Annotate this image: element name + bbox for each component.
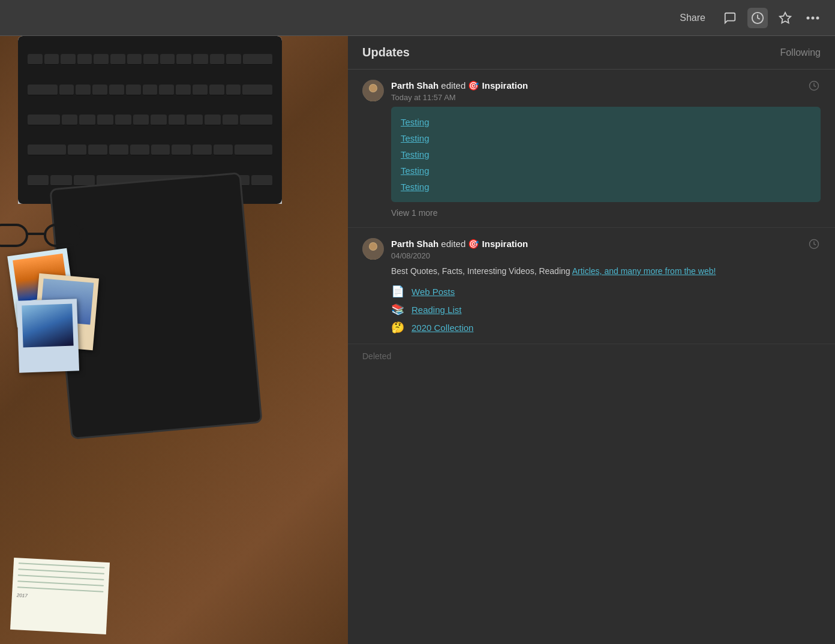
doc-emoji-1: 🎯: [468, 80, 479, 91]
svg-rect-14: [366, 93, 380, 101]
update-author-row-1: Parth Shah edited 🎯 Inspiration Today at…: [362, 79, 528, 102]
deleted-label: Deleted: [348, 344, 835, 368]
description-link[interactable]: Articles, and many more from the web!: [572, 266, 716, 276]
polaroid-3: [17, 299, 79, 372]
testing-line-4[interactable]: Testing: [401, 162, 811, 179]
svg-point-4: [816, 16, 819, 19]
svg-point-3: [812, 16, 815, 19]
link-2020-collection[interactable]: 🤔 2020 Collection: [391, 321, 821, 334]
author-name-2: Parth Shah: [391, 239, 438, 249]
history-button[interactable]: [747, 8, 768, 28]
update-meta-1: Parth Shah edited 🎯 Inspiration Today at…: [391, 79, 528, 102]
updates-title: Updates: [362, 46, 410, 59]
svg-marker-1: [780, 12, 791, 22]
web-posts-label: Web Posts: [412, 287, 455, 297]
svg-rect-6: [45, 225, 81, 246]
update-item-1: Parth Shah edited 🎯 Inspiration Today at…: [348, 70, 835, 228]
photo-panel: 2017: [0, 36, 348, 644]
timestamp-2: 04/08/2020: [391, 251, 528, 260]
clock-button-2[interactable]: [807, 237, 821, 254]
update-item-2-header: Parth Shah edited 🎯 Inspiration 04/08/20…: [362, 237, 821, 260]
update-author-row-2: Parth Shah edited 🎯 Inspiration 04/08/20…: [362, 237, 528, 260]
update-content-2: Best Quotes, Facts, Interesting Videos, …: [391, 265, 821, 334]
svg-rect-5: [0, 225, 27, 246]
share-button[interactable]: Share: [672, 9, 713, 27]
update-links: 📄 Web Posts 📚 Reading List 🤔 2020 Collec…: [391, 285, 821, 334]
updates-list[interactable]: Parth Shah edited 🎯 Inspiration Today at…: [348, 70, 835, 644]
update-description-2: Best Quotes, Facts, Interesting Videos, …: [391, 265, 821, 278]
avatar-1: [362, 80, 384, 101]
doc-emoji-2: 🎯: [468, 239, 479, 249]
following-label: Following: [780, 47, 821, 58]
doc-name-1: Inspiration: [482, 80, 528, 91]
link-web-posts[interactable]: 📄 Web Posts: [391, 285, 821, 298]
svg-point-19: [370, 243, 377, 250]
clock-button-1[interactable]: [807, 79, 821, 95]
updates-header: Updates Following: [348, 36, 835, 70]
description-plain: Best Quotes, Facts, Interesting Videos, …: [391, 266, 572, 276]
action-text-1: edited: [441, 80, 468, 91]
svg-line-9: [81, 228, 84, 231]
comment-button[interactable]: [720, 8, 740, 28]
glasses-illustration: [0, 216, 84, 252]
author-name-1: Parth Shah: [391, 80, 438, 91]
notepad-illustration: 2017: [10, 558, 110, 634]
update-item-2: Parth Shah edited 🎯 Inspiration 04/08/20…: [348, 228, 835, 344]
testing-line-3[interactable]: Testing: [401, 146, 811, 162]
svg-rect-20: [366, 251, 380, 260]
testing-block: Testing Testing Testing Testing Testing: [391, 107, 821, 202]
reading-list-label: Reading List: [412, 305, 461, 315]
avatar-2: [362, 238, 384, 260]
web-posts-emoji: 📄: [391, 285, 406, 298]
update-item-1-header: Parth Shah edited 🎯 Inspiration Today at…: [362, 79, 821, 102]
reading-list-emoji: 📚: [391, 303, 406, 316]
testing-line-1[interactable]: Testing: [401, 114, 811, 130]
action-text-2: edited: [441, 239, 468, 249]
doc-name-2: Inspiration: [482, 239, 528, 249]
photo-background: 2017: [0, 36, 348, 644]
star-button[interactable]: [775, 8, 795, 28]
update-author-text-1: Parth Shah edited 🎯 Inspiration: [391, 79, 528, 92]
link-reading-list[interactable]: 📚 Reading List: [391, 303, 821, 316]
svg-point-2: [807, 16, 810, 19]
main-content: 2017 Updates Following: [0, 36, 835, 644]
testing-line-2[interactable]: Testing: [401, 130, 811, 146]
timestamp-1: Today at 11:57 AM: [391, 93, 528, 102]
svg-point-13: [370, 85, 377, 92]
2020-collection-emoji: 🤔: [391, 321, 406, 334]
update-author-text-2: Parth Shah edited 🎯 Inspiration: [391, 237, 528, 250]
view-more-button[interactable]: View 1 more: [391, 208, 821, 218]
more-button[interactable]: [803, 13, 823, 23]
testing-line-5[interactable]: Testing: [401, 179, 811, 195]
2020-collection-label: 2020 Collection: [412, 323, 473, 333]
update-meta-2: Parth Shah edited 🎯 Inspiration 04/08/20…: [391, 237, 528, 260]
toolbar: Share: [0, 0, 835, 36]
updates-panel: Updates Following: [348, 36, 835, 644]
